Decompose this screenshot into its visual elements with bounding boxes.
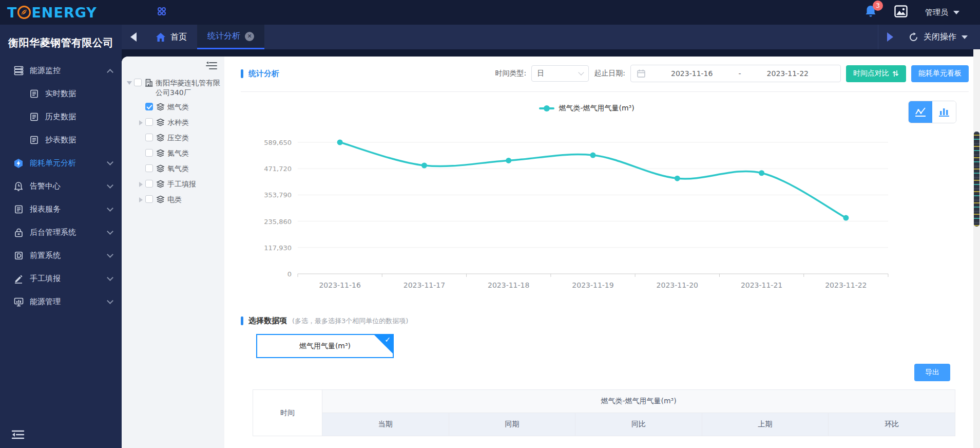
- sidebar-collapse-icon[interactable]: [11, 430, 25, 442]
- bar-chart-icon: [938, 106, 950, 118]
- tree-node-label[interactable]: 燃气类: [167, 102, 189, 112]
- data-table: 时间 燃气类-燃气用气量(m³) 当期同期同比上期环比: [253, 389, 955, 448]
- tree-node-label[interactable]: 水种类: [167, 118, 189, 127]
- tree-node-label[interactable]: 压空类: [167, 133, 189, 143]
- tree-checkbox[interactable]: [134, 79, 142, 86]
- close-operations-menu[interactable]: 关闭操作: [901, 25, 980, 49]
- tree-checkbox[interactable]: [145, 149, 153, 157]
- lock-icon: [13, 228, 24, 238]
- apps-grid-icon[interactable]: [157, 6, 167, 18]
- scrollbar-thumb[interactable]: [974, 132, 979, 227]
- tree-node-label[interactable]: 手工填报: [167, 179, 196, 189]
- date-start-value: 2023-11-16: [645, 69, 738, 78]
- sidebar-item-1[interactable]: 能耗单元分析: [0, 152, 122, 175]
- sidebar-item-3[interactable]: 报表服务: [0, 198, 122, 221]
- legend-label: 燃气类-燃气用气量(m³): [559, 104, 634, 113]
- chevron-down-icon: [107, 297, 113, 304]
- sidebar-item-label: 报表服务: [30, 204, 108, 214]
- tree-node-5[interactable]: 手工填报: [126, 179, 222, 190]
- export-button[interactable]: 导出: [914, 364, 950, 381]
- table-subheader: 环比: [829, 413, 955, 436]
- sidebar-subitem[interactable]: 实时数据: [0, 82, 122, 105]
- y-axis-tick-label: 353,790: [264, 191, 292, 199]
- tree-checkbox[interactable]: [145, 180, 153, 188]
- logo-text-t: T: [7, 5, 17, 21]
- workspace: 首页 统计分析 ✕ 关闭操作 衡阳华菱连轧管有限公司340厂燃气类水种类压空类氮…: [122, 25, 980, 448]
- x-axis-tick-label: 2023-11-16: [319, 281, 360, 289]
- calendar-icon: [637, 69, 645, 78]
- caret-collapsed-icon[interactable]: [139, 182, 143, 187]
- sidebar-subitem[interactable]: 抄表数据: [0, 128, 122, 152]
- sidebar-item-5[interactable]: 前置系统: [0, 244, 122, 267]
- screenshot-icon[interactable]: [894, 5, 908, 20]
- legend-marker-icon: [539, 107, 554, 109]
- chevron-down-icon: [107, 274, 113, 281]
- sidebar-item-label: 手工填报: [30, 274, 108, 284]
- tab-home[interactable]: 首页: [145, 25, 197, 49]
- data-item-chip[interactable]: 燃气用气量(m³) ✓: [256, 334, 394, 358]
- tree-checkbox[interactable]: [145, 103, 153, 110]
- tabs-back-button[interactable]: [122, 25, 145, 49]
- x-axis-tick-label: 2023-11-21: [741, 281, 782, 289]
- user-menu[interactable]: 管理员: [925, 8, 959, 17]
- chart-data-point[interactable]: [759, 170, 764, 176]
- chart-data-point[interactable]: [337, 140, 343, 145]
- tab-home-label: 首页: [170, 32, 187, 43]
- sidebar-item-0[interactable]: 能源监控: [0, 59, 122, 82]
- tree-node-4[interactable]: 氧气类: [126, 164, 222, 175]
- layers-icon: [156, 134, 165, 144]
- chart-data-point[interactable]: [506, 158, 511, 163]
- chart-data-point[interactable]: [675, 176, 680, 181]
- layers-icon: [156, 103, 165, 113]
- sidebar-item-4[interactable]: 后台管理系统: [0, 221, 122, 244]
- tab-close-icon[interactable]: ✕: [245, 32, 254, 41]
- filter-row: 时间类型: 日 起止日期: 2023-11-16 - 2023-11-22: [495, 65, 969, 82]
- sidebar-item-6[interactable]: 手工填报: [0, 267, 122, 290]
- sidebar-item-7[interactable]: 能源管理: [0, 290, 122, 313]
- chart-legend[interactable]: 燃气类-燃气用气量(m³): [224, 104, 949, 113]
- table-header-group: 燃气类-燃气用气量(m³): [322, 390, 955, 413]
- sidebar-item-label: 前置系统: [30, 251, 108, 260]
- sidebar-item-2[interactable]: 告警中心: [0, 175, 122, 198]
- tree-checkbox[interactable]: [145, 164, 153, 172]
- caret-collapsed-icon[interactable]: [139, 197, 143, 202]
- line-chart[interactable]: 0117,930235,860353,790471,720589,6502023…: [240, 117, 964, 297]
- caret-expanded-icon[interactable]: [127, 81, 132, 85]
- notification-bell-icon[interactable]: 3: [864, 5, 877, 20]
- tree-node-label[interactable]: 衡阳华菱连轧管有限公司340厂: [156, 78, 222, 98]
- monitor-icon: [13, 297, 24, 307]
- tree-checkbox[interactable]: [145, 134, 153, 141]
- divider: [241, 91, 969, 92]
- tree-node-root[interactable]: 衡阳华菱连轧管有限公司340厂: [126, 78, 222, 98]
- tree-node-label[interactable]: 氧气类: [167, 164, 189, 174]
- sidebar-menu: 能源监控实时数据历史数据抄表数据能耗单元分析告警中心报表服务后台管理系统前置系统…: [0, 59, 122, 313]
- time-type-select[interactable]: 日: [531, 65, 589, 82]
- app-root: TENERGY 3 管理员 衡阳华菱钢管有限公司 能源监控实时数据历史数据抄表数…: [0, 0, 980, 448]
- data-picker-hint: (多选，最多选择3个相同单位的数据项): [292, 316, 408, 326]
- tree-node-label[interactable]: 氮气类: [167, 148, 189, 158]
- sidebar-subitem[interactable]: 历史数据: [0, 105, 122, 128]
- caret-collapsed-icon[interactable]: [139, 120, 143, 125]
- date-range-input[interactable]: 2023-11-16 - 2023-11-22: [630, 65, 841, 82]
- tree-node-2[interactable]: 压空类: [126, 133, 222, 144]
- chart-data-point[interactable]: [421, 163, 427, 169]
- tree-node-3[interactable]: 氮气类: [126, 148, 222, 159]
- tab-statistics[interactable]: 统计分析 ✕: [197, 25, 264, 49]
- sidebar-item-label: 能耗单元分析: [30, 158, 108, 168]
- tree-collapse-icon[interactable]: [206, 62, 217, 72]
- sort-arrows-icon: [892, 70, 899, 77]
- chart-data-point[interactable]: [590, 153, 596, 158]
- tree-node-label[interactable]: 电类: [167, 195, 182, 204]
- chart-data-point[interactable]: [843, 215, 849, 221]
- tree-checkbox[interactable]: [145, 118, 153, 126]
- page-scrollbar[interactable]: [973, 49, 980, 448]
- time-compare-button[interactable]: 时间点对比: [846, 65, 906, 82]
- user-name: 管理员: [925, 8, 948, 17]
- tree-checkbox[interactable]: [145, 195, 153, 203]
- tree-node-1[interactable]: 水种类: [126, 118, 222, 128]
- tabs-forward-button[interactable]: [878, 25, 901, 49]
- building-icon: [145, 79, 153, 88]
- tree-node-0[interactable]: 燃气类: [126, 102, 222, 113]
- energy-unit-board-button[interactable]: 能耗单元看板: [911, 65, 969, 82]
- tree-node-6[interactable]: 电类: [126, 195, 222, 206]
